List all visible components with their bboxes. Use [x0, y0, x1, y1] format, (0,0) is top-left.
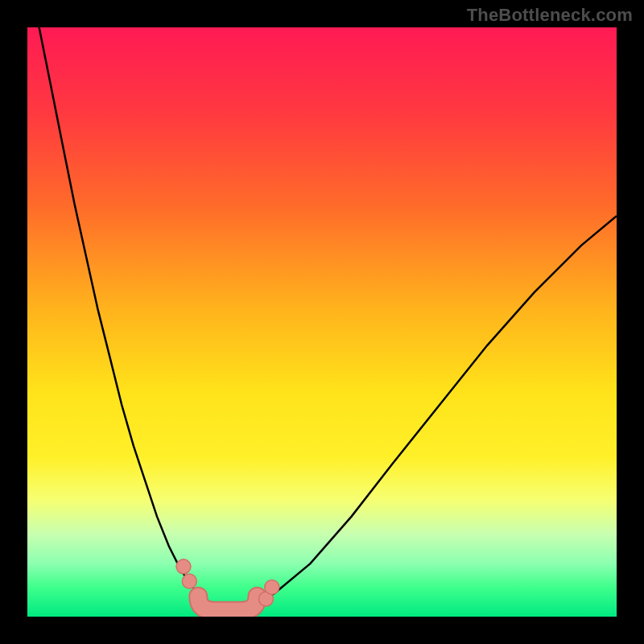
- chart-svg: [27, 27, 617, 617]
- right-lower-dot: [258, 592, 273, 606]
- chart-frame: TheBottleneck.com: [0, 0, 644, 644]
- watermark-text: TheBottleneck.com: [467, 5, 633, 26]
- bottom-band: [198, 597, 257, 611]
- left-lower-dot: [182, 574, 196, 588]
- data-points: [176, 559, 279, 606]
- plot-area: [27, 27, 617, 617]
- right-upper-dot: [265, 580, 279, 594]
- bottom-band-outline: [198, 597, 257, 611]
- bottleneck-curve: [39, 27, 617, 612]
- left-upper-dot: [176, 559, 191, 574]
